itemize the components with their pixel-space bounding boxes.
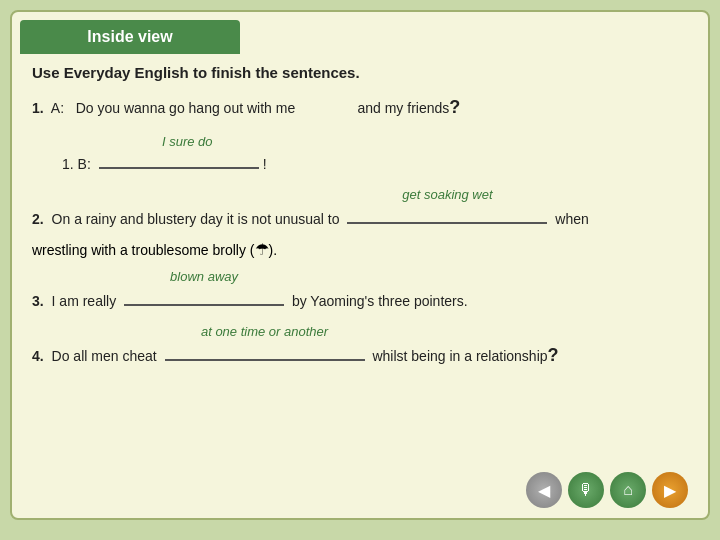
instruction: Use Everyday English to finish the sente…: [32, 64, 688, 81]
item-1-b: I sure do 1. B: !: [62, 132, 688, 175]
answer-get-soaking: get soaking wet: [343, 185, 551, 206]
item-4-text-before: Do all men cheat: [52, 348, 157, 364]
item-1-blank: [99, 167, 259, 169]
item-3-line: 3. I am really blown away by Yaoming's t…: [32, 267, 688, 312]
exercise-item-3: 3. I am really blown away by Yaoming's t…: [32, 267, 688, 312]
item-1-sub-number: 1.: [62, 156, 74, 172]
answer-blown-away: blown away: [120, 267, 288, 288]
nav-mic-button[interactable]: 🎙: [568, 472, 604, 508]
nav-prev-button[interactable]: ◀: [526, 472, 562, 508]
item-1-qmark: ?: [449, 97, 460, 117]
umbrella-icon: ☂: [255, 241, 269, 258]
item-number-2: 2.: [32, 211, 44, 227]
item-number-3: 3.: [32, 293, 44, 309]
item-2-line: 2. On a rainy and blustery day it is not…: [32, 185, 688, 230]
item-number-1: 1.: [32, 100, 44, 116]
item-2-wrestling: wrestling with a troublesome brolly (: [32, 242, 255, 258]
item-1-sub-label: B:: [78, 156, 91, 172]
item-2-close: ).: [269, 242, 278, 258]
answer-at-one-time: at one time or another: [161, 322, 369, 343]
item-1-text-middle: and my friends: [357, 100, 449, 116]
item-3-text-after: by Yaoming's three pointers.: [292, 293, 468, 309]
bottom-nav: ◀ 🎙 ⌂ ▶: [526, 472, 688, 508]
item-1-text-before: Do you wanna go hang out with me: [76, 100, 295, 116]
answer-sure-do: I sure do: [162, 132, 688, 153]
item-2-text-after: when: [555, 211, 588, 227]
item-3-text-before: I am really: [52, 293, 117, 309]
item-2-blank: [347, 222, 547, 224]
item-3-blank: [124, 304, 284, 306]
main-container: Inside view Use Everyday English to fini…: [10, 10, 710, 520]
nav-home-button[interactable]: ⌂: [610, 472, 646, 508]
item-number-4: 4.: [32, 348, 44, 364]
content-area: Use Everyday English to finish the sente…: [12, 54, 708, 390]
item-2-text-before: On a rainy and blustery day it is not un…: [52, 211, 340, 227]
item-label-a: A:: [51, 100, 64, 116]
item-4-line: 4. Do all men cheat at one time or anoth…: [32, 322, 688, 370]
item-4-blank: [165, 359, 365, 361]
nav-next-button[interactable]: ▶: [652, 472, 688, 508]
item-4-end: ?: [548, 348, 559, 364]
header-title: Inside view: [20, 20, 240, 54]
item-1-a: 1. A: Do you wanna go hang out with me a…: [32, 93, 688, 122]
exercise-item-1: 1. A: Do you wanna go hang out with me a…: [32, 93, 688, 175]
item-2-line2: wrestling with a troublesome brolly (☂).: [32, 240, 688, 259]
exercise-item-4: 4. Do all men cheat at one time or anoth…: [32, 322, 688, 370]
item-4-text-after: whilst being in a relationship: [372, 348, 547, 364]
exercise-item-2: 2. On a rainy and blustery day it is not…: [32, 185, 688, 259]
item-1-sub-end: !: [263, 156, 267, 172]
